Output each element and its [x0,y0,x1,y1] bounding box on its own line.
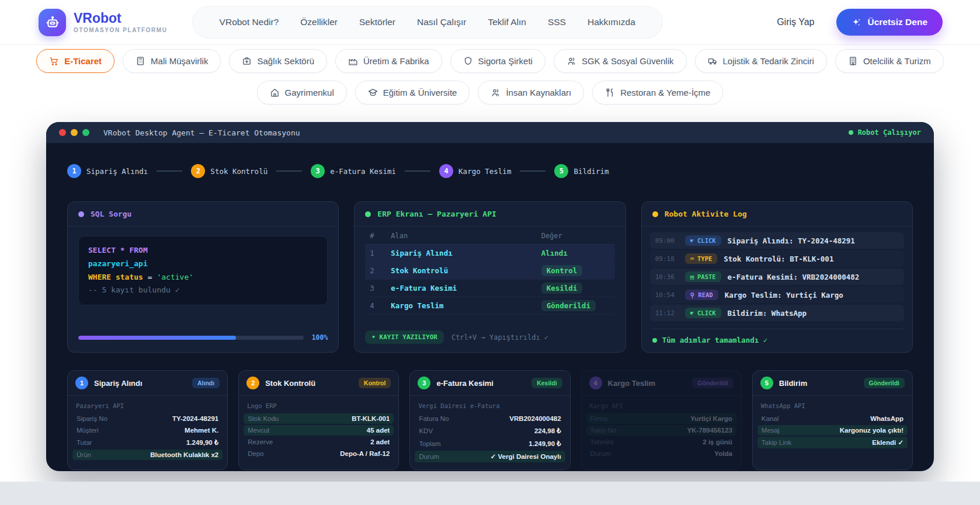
status-dot-icon [849,130,853,135]
calculator-icon [135,56,145,66]
erp-panel-title: ERP Ekranı — Pazaryeri API [377,210,496,218]
card-row: Ürün Bluetooth Kulaklık x2 [72,450,223,460]
card-source: Pazaryeri API [68,396,227,413]
card-row: Tutar 1.249,90 ₺ [72,437,223,448]
card-row: Müşteri Mehmet K. [72,425,223,436]
robot-logo-icon [39,9,66,36]
maximize-traffic-light[interactable] [82,129,89,136]
logo[interactable]: VRobot OTOMASYON PLATFORMU [39,9,168,36]
card-source: Vergi Dairesi e-Fatura [410,396,569,413]
graduation-cap-icon [368,88,378,97]
nav-item-ozellikler[interactable]: Özellikler [300,17,338,27]
card-source: Logo ERP [239,396,398,413]
sector-chip-egitim-universite[interactable]: Eğitim & Üniversite [355,81,470,105]
click-action-badge: ☛ CLICK [685,235,721,246]
sector-chip-uretim-fabrika[interactable]: Üretim & Fabrika [335,49,442,73]
erp-cards-scroller[interactable]: 1 Sipariş Alındı Alındı Pazaryeri API Si… [67,370,913,470]
read-action-badge: ⚲ READ [685,290,718,300]
step-kargo-teslim: 4 Kargo Teslim [439,164,511,178]
card-row: Durum ✓ Vergi Dairesi Onaylı [415,451,565,462]
card-source: WhatsApp API [753,396,912,413]
sector-chip-saglik-sektoru[interactable]: Sağlık Sektörü [229,49,327,73]
step-connector [276,170,302,172]
status-badge: Gönderildi [864,378,905,388]
card-row: Fatura No VRB2024000482 [415,413,565,424]
main-nav: VRobot Nedir? Özellikler Sektörler Nasıl… [192,6,663,39]
sector-chip-sigorta-sirketi[interactable]: Sigorta Şirketi [450,49,545,73]
erp-row: 1 Sipariş Alındı Alındı [365,245,614,262]
card-row: Kanal WhatsApp [757,413,908,424]
window-title: VRobot Desktop Agent — E-Ticaret Otomasy… [103,128,300,137]
brand-name: VRobot [74,11,168,25]
nav-item-sektorler[interactable]: Sektörler [359,17,395,27]
erp-table-header: # Alan Değer [365,228,614,245]
card-source: Kargo API [582,396,741,413]
sector-chip-insan-kaynaklari[interactable]: İnsan Kaynakları [478,81,584,105]
free-trial-label: Ücretsiz Dene [867,17,927,27]
medical-case-icon [242,56,252,66]
card-row: Mesaj Kargonuz yola çıktı! [757,425,908,436]
login-link[interactable]: Giriş Yap [777,17,814,27]
window-titlebar: VRobot Desktop Agent — E-Ticaret Otomasy… [46,122,934,143]
truck-icon [708,56,718,66]
nav-item-teklif-alin[interactable]: Teklif Alın [488,17,526,27]
paste-status-text: Ctrl+V → Yapıştırıldı ✓ [451,333,548,342]
card-row: Durum Yolda [586,448,736,459]
sql-query-panel: SQL Sorgu SELECT * FROM pazaryeri_api WH… [67,201,339,353]
sector-chip-gayrimenkul[interactable]: Gayrimenkul [257,81,347,105]
sector-chip-lojistik-tedarik[interactable]: Lojistik & Tedarik Zinciri [695,49,827,73]
sector-chip-mali-musavirlik[interactable]: Mali Müşavirlik [123,49,221,73]
people-icon [491,88,501,97]
card-siparis-alindi: 1 Sipariş Alındı Alındı Pazaryeri API Si… [67,370,228,470]
step-connector [520,170,545,172]
amber-dot-icon [652,211,658,217]
sector-chip-otelcilik-turizm[interactable]: Otelcilik & Turizm [835,49,944,73]
step-connector [157,170,182,172]
card-row: Sipariş No TY-2024-48291 [72,413,223,424]
card-kargo-teslim: 4 Kargo Teslim Gönderildi Kargo API Firm… [581,370,742,470]
log-completion-status: Tüm adımlar tamamlandı ✓ [650,329,904,352]
status-badge: Kontrol [359,378,391,388]
log-entry: 10:54 ⚲ READ Kargo Teslim: Yurtiçi Kargo [650,287,904,303]
clipboard-icon: ▤ [690,273,694,280]
nav-item-vrobot-nedir[interactable]: VRobot Nedir? [220,17,279,27]
sql-panel-title: SQL Sorgu [91,210,131,218]
nav-item-sss[interactable]: SSS [548,17,566,27]
progress-fill [78,336,236,340]
log-entry: 09:00 ☛ CLICK Sipariş Alındı: TY-2024-48… [650,232,904,249]
sparkles-icon [852,18,861,27]
activity-log-list: 09:00 ☛ CLICK Sipariş Alındı: TY-2024-48… [642,227,912,326]
log-panel-title: Robot Aktivite Log [665,210,747,218]
card-e-fatura-kesimi: 3 e-Fatura Kesimi Kesildi Vergi Dairesi … [409,370,570,470]
card-row: Stok Kodu BT-KLK-001 [244,413,394,424]
card-bildirim: 5 Bildirim Gönderildi WhatsApp API Kanal… [752,370,913,470]
log-entry: 10:36 ▤ PASTE e-Fatura Kesimi: VRB202400… [650,269,904,285]
nav-item-nasil-calisir[interactable]: Nasıl Çalışır [417,17,466,27]
workflow-stepper: 1 Sipariş Alındı 2 Stok Kontrolü 3 e-Fat… [67,164,913,178]
sector-filter-bar: E-Ticaret Mali Müşavirlik Sağlık Sektörü… [0,44,980,112]
query-progress: 100% [78,324,328,342]
card-row: Mevcut 45 adet [244,425,394,436]
close-traffic-light[interactable] [59,129,66,136]
home-icon [270,88,280,97]
erp-row: 3 e-Fatura Kesimi Kesildi [365,280,614,297]
nav-item-hakkimizda[interactable]: Hakkımızda [588,17,635,27]
desktop-agent-window: VRobot Desktop Agent — E-Ticaret Otomasy… [46,122,934,471]
click-action-badge: ☛ CLICK [685,308,721,318]
sector-chip-e-ticaret[interactable]: E-Ticaret [36,49,114,73]
log-entry: 11:12 ☛ CLICK Bildirim: WhatsApp [650,305,904,321]
erp-screen-panel: ERP Ekranı — Pazaryeri API # Alan Değer … [354,201,625,353]
keyboard-icon: ⌨ [690,255,694,262]
building-icon [848,56,858,66]
free-trial-button[interactable]: Ücretsiz Dene [836,9,943,36]
minimize-traffic-light[interactable] [71,129,78,136]
factory-icon [348,56,358,66]
utensils-icon [605,88,615,97]
status-badge: Gönderildi [692,378,734,388]
card-row: Firma Yurtiçi Kargo [586,413,736,424]
step-connector [405,170,430,172]
robot-status-badge: Robot Çalışıyor [849,128,921,137]
sector-chip-sgk-sosyal-guvenlik[interactable]: SGK & Sosyal Güvenlik [554,49,687,73]
step-bildirim: 5 Bildirim [554,164,609,178]
sector-chip-restoran-yeme-icme[interactable]: Restoran & Yeme-İçme [592,81,723,105]
